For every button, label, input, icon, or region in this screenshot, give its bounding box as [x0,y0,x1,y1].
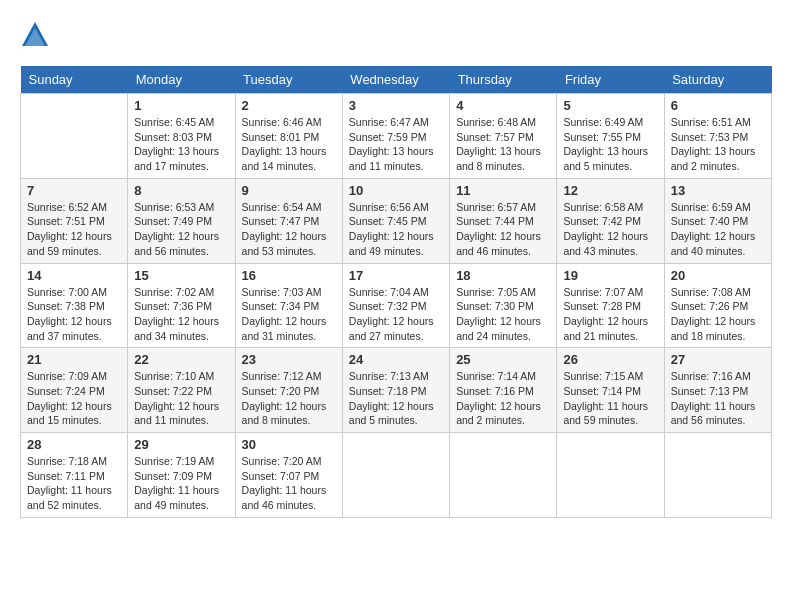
day-info: Sunrise: 7:19 AMSunset: 7:09 PMDaylight:… [134,454,228,513]
day-number: 3 [349,98,443,113]
calendar-cell [342,433,449,518]
header-wednesday: Wednesday [342,66,449,94]
day-info: Sunrise: 7:02 AMSunset: 7:36 PMDaylight:… [134,285,228,344]
calendar-cell: 12Sunrise: 6:58 AMSunset: 7:42 PMDayligh… [557,178,664,263]
calendar-cell: 15Sunrise: 7:02 AMSunset: 7:36 PMDayligh… [128,263,235,348]
day-number: 23 [242,352,336,367]
calendar-cell: 13Sunrise: 6:59 AMSunset: 7:40 PMDayligh… [664,178,771,263]
calendar-cell: 14Sunrise: 7:00 AMSunset: 7:38 PMDayligh… [21,263,128,348]
day-info: Sunrise: 6:47 AMSunset: 7:59 PMDaylight:… [349,115,443,174]
day-number: 21 [27,352,121,367]
day-number: 16 [242,268,336,283]
day-info: Sunrise: 7:18 AMSunset: 7:11 PMDaylight:… [27,454,121,513]
day-info: Sunrise: 7:13 AMSunset: 7:18 PMDaylight:… [349,369,443,428]
day-info: Sunrise: 6:54 AMSunset: 7:47 PMDaylight:… [242,200,336,259]
calendar-cell: 6Sunrise: 6:51 AMSunset: 7:53 PMDaylight… [664,94,771,179]
day-info: Sunrise: 7:00 AMSunset: 7:38 PMDaylight:… [27,285,121,344]
day-info: Sunrise: 7:05 AMSunset: 7:30 PMDaylight:… [456,285,550,344]
day-number: 13 [671,183,765,198]
header-tuesday: Tuesday [235,66,342,94]
day-number: 14 [27,268,121,283]
day-number: 25 [456,352,550,367]
day-info: Sunrise: 6:53 AMSunset: 7:49 PMDaylight:… [134,200,228,259]
page-header [20,20,772,50]
day-info: Sunrise: 6:46 AMSunset: 8:01 PMDaylight:… [242,115,336,174]
calendar-cell [21,94,128,179]
calendar-cell: 10Sunrise: 6:56 AMSunset: 7:45 PMDayligh… [342,178,449,263]
calendar-cell: 20Sunrise: 7:08 AMSunset: 7:26 PMDayligh… [664,263,771,348]
calendar-cell: 17Sunrise: 7:04 AMSunset: 7:32 PMDayligh… [342,263,449,348]
calendar-cell: 29Sunrise: 7:19 AMSunset: 7:09 PMDayligh… [128,433,235,518]
calendar-cell: 26Sunrise: 7:15 AMSunset: 7:14 PMDayligh… [557,348,664,433]
day-info: Sunrise: 7:20 AMSunset: 7:07 PMDaylight:… [242,454,336,513]
day-number: 26 [563,352,657,367]
day-number: 8 [134,183,228,198]
day-info: Sunrise: 6:52 AMSunset: 7:51 PMDaylight:… [27,200,121,259]
day-number: 27 [671,352,765,367]
day-number: 28 [27,437,121,452]
calendar-cell [664,433,771,518]
week-row-5: 28Sunrise: 7:18 AMSunset: 7:11 PMDayligh… [21,433,772,518]
calendar-cell: 8Sunrise: 6:53 AMSunset: 7:49 PMDaylight… [128,178,235,263]
day-number: 24 [349,352,443,367]
day-number: 22 [134,352,228,367]
calendar-cell: 7Sunrise: 6:52 AMSunset: 7:51 PMDaylight… [21,178,128,263]
day-number: 2 [242,98,336,113]
day-info: Sunrise: 7:03 AMSunset: 7:34 PMDaylight:… [242,285,336,344]
calendar-cell: 2Sunrise: 6:46 AMSunset: 8:01 PMDaylight… [235,94,342,179]
day-number: 18 [456,268,550,283]
day-number: 29 [134,437,228,452]
calendar-cell: 18Sunrise: 7:05 AMSunset: 7:30 PMDayligh… [450,263,557,348]
calendar-cell: 25Sunrise: 7:14 AMSunset: 7:16 PMDayligh… [450,348,557,433]
day-info: Sunrise: 7:14 AMSunset: 7:16 PMDaylight:… [456,369,550,428]
calendar-cell: 28Sunrise: 7:18 AMSunset: 7:11 PMDayligh… [21,433,128,518]
header-thursday: Thursday [450,66,557,94]
day-info: Sunrise: 7:16 AMSunset: 7:13 PMDaylight:… [671,369,765,428]
calendar-cell: 21Sunrise: 7:09 AMSunset: 7:24 PMDayligh… [21,348,128,433]
calendar-cell [557,433,664,518]
calendar-cell [450,433,557,518]
calendar-cell: 22Sunrise: 7:10 AMSunset: 7:22 PMDayligh… [128,348,235,433]
header-monday: Monday [128,66,235,94]
calendar-cell: 27Sunrise: 7:16 AMSunset: 7:13 PMDayligh… [664,348,771,433]
calendar-cell: 24Sunrise: 7:13 AMSunset: 7:18 PMDayligh… [342,348,449,433]
week-row-3: 14Sunrise: 7:00 AMSunset: 7:38 PMDayligh… [21,263,772,348]
calendar-cell: 30Sunrise: 7:20 AMSunset: 7:07 PMDayligh… [235,433,342,518]
logo-icon [20,20,50,50]
calendar-cell: 16Sunrise: 7:03 AMSunset: 7:34 PMDayligh… [235,263,342,348]
day-info: Sunrise: 7:10 AMSunset: 7:22 PMDaylight:… [134,369,228,428]
header-friday: Friday [557,66,664,94]
calendar-table: Sunday Monday Tuesday Wednesday Thursday… [20,66,772,518]
day-number: 6 [671,98,765,113]
day-info: Sunrise: 6:56 AMSunset: 7:45 PMDaylight:… [349,200,443,259]
logo [20,20,54,50]
day-number: 19 [563,268,657,283]
weekday-header-row: Sunday Monday Tuesday Wednesday Thursday… [21,66,772,94]
calendar-cell: 4Sunrise: 6:48 AMSunset: 7:57 PMDaylight… [450,94,557,179]
day-info: Sunrise: 6:48 AMSunset: 7:57 PMDaylight:… [456,115,550,174]
day-number: 9 [242,183,336,198]
day-number: 11 [456,183,550,198]
day-number: 4 [456,98,550,113]
calendar-cell: 11Sunrise: 6:57 AMSunset: 7:44 PMDayligh… [450,178,557,263]
calendar-cell: 5Sunrise: 6:49 AMSunset: 7:55 PMDaylight… [557,94,664,179]
day-info: Sunrise: 7:12 AMSunset: 7:20 PMDaylight:… [242,369,336,428]
header-sunday: Sunday [21,66,128,94]
day-number: 17 [349,268,443,283]
calendar-cell: 23Sunrise: 7:12 AMSunset: 7:20 PMDayligh… [235,348,342,433]
day-number: 5 [563,98,657,113]
day-number: 30 [242,437,336,452]
day-info: Sunrise: 6:49 AMSunset: 7:55 PMDaylight:… [563,115,657,174]
day-info: Sunrise: 6:58 AMSunset: 7:42 PMDaylight:… [563,200,657,259]
day-number: 7 [27,183,121,198]
day-info: Sunrise: 7:07 AMSunset: 7:28 PMDaylight:… [563,285,657,344]
calendar-cell: 1Sunrise: 6:45 AMSunset: 8:03 PMDaylight… [128,94,235,179]
day-info: Sunrise: 7:08 AMSunset: 7:26 PMDaylight:… [671,285,765,344]
week-row-2: 7Sunrise: 6:52 AMSunset: 7:51 PMDaylight… [21,178,772,263]
calendar-cell: 19Sunrise: 7:07 AMSunset: 7:28 PMDayligh… [557,263,664,348]
week-row-4: 21Sunrise: 7:09 AMSunset: 7:24 PMDayligh… [21,348,772,433]
day-number: 15 [134,268,228,283]
day-info: Sunrise: 6:51 AMSunset: 7:53 PMDaylight:… [671,115,765,174]
day-number: 1 [134,98,228,113]
day-info: Sunrise: 6:57 AMSunset: 7:44 PMDaylight:… [456,200,550,259]
